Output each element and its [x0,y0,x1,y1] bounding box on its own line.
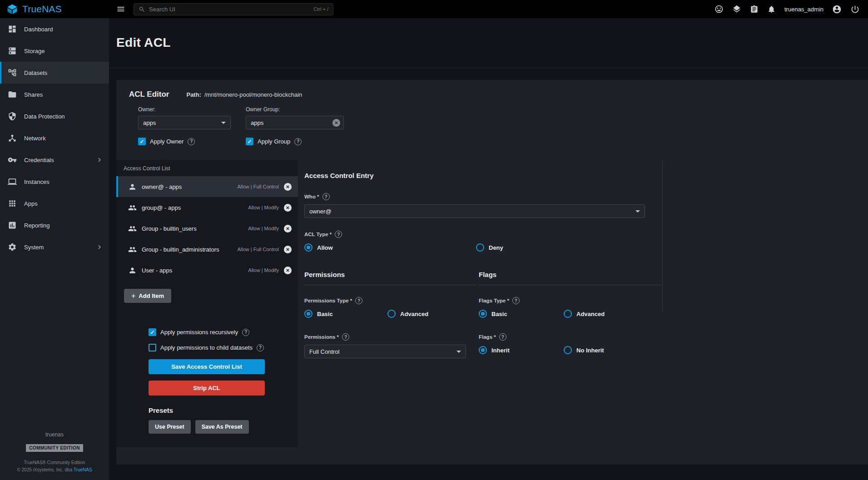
help-icon[interactable]: ? [188,138,195,145]
acl-entry-row[interactable]: Group - builtin_administrators Allow | F… [116,239,298,260]
help-icon[interactable]: ? [257,344,264,351]
acl-entry-row[interactable]: Group - builtin_users Allow | Modify ✕ [116,218,298,239]
ace-who: Group - builtin_users [142,225,248,232]
datasets-tree-icon [8,68,17,77]
radio-selected-icon [479,310,487,318]
owner-group-input[interactable] [251,119,330,126]
sidebar-footer: truenas COMMUNITY EDITION TrueNAS® Commu… [0,431,109,474]
ace-who: Group - builtin_administrators [142,246,238,253]
sidebar-item-label: Dashboard [24,26,53,33]
help-icon[interactable]: ? [294,138,302,145]
flags-inherit-radio[interactable]: Inherit [479,346,564,354]
acl-editor-top: ACL Editor Path: /mnt/monero-pool/monero… [116,80,868,145]
owner-group-label: Owner Group: [246,106,344,113]
sidebar-item-label: Apps [24,200,38,207]
ace-who: User - apps [142,267,248,274]
sidebar-item-apps[interactable]: Apps [0,193,109,214]
add-item-button[interactable]: + Add Item [124,289,171,303]
brand-text: TrueNAS [22,4,62,15]
ace-who: owner@ - apps [142,183,238,190]
who-select[interactable]: owner@ [304,204,645,218]
help-icon[interactable]: ? [355,297,362,304]
acl-type-deny-radio[interactable]: Deny [476,243,648,252]
person-icon [128,266,137,275]
sidebar-item-instances[interactable]: Instances [0,171,109,193]
clear-input-icon[interactable]: ✕ [332,119,340,127]
flags-type-basic-radio[interactable]: Basic [479,310,564,318]
remove-ace-icon[interactable]: ✕ [284,204,292,212]
flags-no-inherit-radio[interactable]: No Inherit [564,346,649,354]
acl-editor-card: ACL Editor Path: /mnt/monero-pool/monero… [116,80,868,465]
search-icon [139,6,145,13]
user-account-icon[interactable] [832,5,842,14]
page-title: Edit ACL [116,35,868,50]
chevron-right-icon [95,243,104,251]
apply-owner-label: Apply Owner [150,138,184,145]
flags-type-advanced-radio[interactable]: Advanced [564,310,649,318]
help-icon[interactable]: ? [499,333,506,341]
computer-icon [8,177,17,186]
radio-icon [564,310,572,318]
gear-icon [8,242,17,252]
permissions-type-advanced-radio[interactable]: Advanced [387,310,471,318]
apply-group-checkbox[interactable]: ✓ [246,138,253,145]
footer-truenas-link[interactable]: TrueNAS [74,467,92,472]
radio-icon [476,243,484,252]
sidebar-item-datasets[interactable]: Datasets [0,62,109,84]
remove-ace-icon[interactable]: ✕ [284,183,292,191]
apply-recursively-checkbox[interactable]: ✓ [149,328,156,336]
global-search[interactable]: Ctrl + / [134,3,333,15]
owner-select[interactable]: apps [138,116,231,129]
access-control-entry-form: Access Control Entry Who * ? owner@ ACL … [298,160,868,358]
acl-entry-row[interactable]: User - apps Allow | Modify ✕ [116,260,298,281]
permissions-select[interactable]: Full Control [304,345,466,358]
help-icon[interactable]: ? [342,333,349,341]
use-preset-button[interactable]: Use Preset [149,420,191,434]
menu-toggle-icon[interactable] [116,5,125,14]
acl-editor-heading: ACL Editor [129,90,169,99]
strip-acl-button[interactable]: Strip ACL [149,381,265,396]
people-icon [128,203,137,212]
acl-list-heading: Access Control List [116,160,298,176]
sidebar-item-label: Datasets [24,69,47,76]
permissions-type-basic-radio[interactable]: Basic [304,310,387,318]
search-input[interactable] [149,6,310,13]
people-icon [128,245,137,254]
ace-who: group@ - apps [142,204,248,211]
sidebar-item-shares[interactable]: Shares [0,84,109,105]
help-icon[interactable]: ? [335,231,342,238]
jobs-layers-icon[interactable] [732,5,741,14]
sidebar-item-reporting[interactable]: Reporting [0,214,109,236]
apply-to-children-checkbox[interactable] [149,344,156,351]
flags-heading: Flags [479,271,662,285]
help-icon[interactable]: ? [512,297,520,304]
help-icon[interactable]: ? [322,193,330,200]
remove-ace-icon[interactable]: ✕ [284,246,292,253]
acl-type-allow-radio[interactable]: Allow [304,243,476,252]
sidebar-item-label: Storage [24,48,45,54]
sidebar-item-credentials[interactable]: Credentials [0,149,109,171]
apply-owner-checkbox[interactable]: ✓ [138,138,146,145]
sidebar-item-dashboard[interactable]: Dashboard [0,18,109,40]
sidebar: Dashboard Storage Datasets Shares Data P… [0,18,109,480]
sidebar-item-data-protection[interactable]: Data Protection [0,105,109,127]
apply-group-row: ✓ Apply Group ? [246,138,353,145]
help-icon[interactable]: ? [242,329,249,336]
remove-ace-icon[interactable]: ✕ [284,267,292,274]
save-as-preset-button[interactable]: Save As Preset [195,420,249,434]
tasks-clipboard-icon[interactable] [750,5,759,14]
power-icon[interactable] [850,5,860,14]
acl-entry-row[interactable]: group@ - apps Allow | Modify ✕ [116,197,298,218]
save-acl-button[interactable]: Save Access Control List [149,359,265,374]
truenas-logo[interactable]: TrueNAS [0,3,109,15]
alerts-bell-icon[interactable] [767,5,776,14]
feedback-icon[interactable] [714,5,724,14]
sidebar-item-network[interactable]: Network [0,127,109,149]
permissions-section: Permissions Permissions Type * ? Basic [304,271,476,358]
truenas-logo-icon [6,3,18,15]
sidebar-item-storage[interactable]: Storage [0,40,109,62]
remove-ace-icon[interactable]: ✕ [284,225,292,233]
sidebar-item-system[interactable]: System [0,236,109,258]
radio-icon [564,346,572,354]
acl-entry-row[interactable]: owner@ - apps Allow | Full Control ✕ [116,176,298,197]
